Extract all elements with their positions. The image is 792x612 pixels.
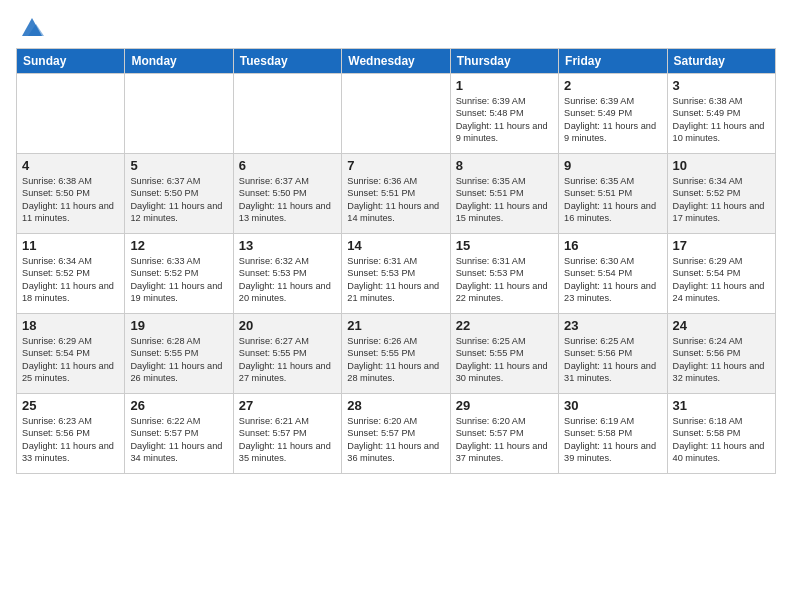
calendar-cell: 9Sunrise: 6:35 AM Sunset: 5:51 PM Daylig…	[559, 154, 667, 234]
calendar-cell	[233, 74, 341, 154]
calendar-week-3: 11Sunrise: 6:34 AM Sunset: 5:52 PM Dayli…	[17, 234, 776, 314]
cell-text: Sunrise: 6:30 AM Sunset: 5:54 PM Dayligh…	[564, 255, 661, 305]
cell-text: Sunrise: 6:39 AM Sunset: 5:49 PM Dayligh…	[564, 95, 661, 145]
calendar-cell: 25Sunrise: 6:23 AM Sunset: 5:56 PM Dayli…	[17, 394, 125, 474]
page-container: SundayMondayTuesdayWednesdayThursdayFrid…	[0, 0, 792, 484]
calendar-cell: 16Sunrise: 6:30 AM Sunset: 5:54 PM Dayli…	[559, 234, 667, 314]
calendar-cell: 26Sunrise: 6:22 AM Sunset: 5:57 PM Dayli…	[125, 394, 233, 474]
calendar-body: 1Sunrise: 6:39 AM Sunset: 5:48 PM Daylig…	[17, 74, 776, 474]
calendar-cell: 1Sunrise: 6:39 AM Sunset: 5:48 PM Daylig…	[450, 74, 558, 154]
day-number: 20	[239, 318, 336, 333]
calendar-header-sunday: Sunday	[17, 49, 125, 74]
calendar-cell: 29Sunrise: 6:20 AM Sunset: 5:57 PM Dayli…	[450, 394, 558, 474]
cell-text: Sunrise: 6:21 AM Sunset: 5:57 PM Dayligh…	[239, 415, 336, 465]
cell-text: Sunrise: 6:34 AM Sunset: 5:52 PM Dayligh…	[673, 175, 770, 225]
calendar-cell: 13Sunrise: 6:32 AM Sunset: 5:53 PM Dayli…	[233, 234, 341, 314]
cell-text: Sunrise: 6:37 AM Sunset: 5:50 PM Dayligh…	[239, 175, 336, 225]
calendar-header-row: SundayMondayTuesdayWednesdayThursdayFrid…	[17, 49, 776, 74]
calendar-cell: 31Sunrise: 6:18 AM Sunset: 5:58 PM Dayli…	[667, 394, 775, 474]
day-number: 2	[564, 78, 661, 93]
cell-text: Sunrise: 6:27 AM Sunset: 5:55 PM Dayligh…	[239, 335, 336, 385]
calendar-header-thursday: Thursday	[450, 49, 558, 74]
day-number: 17	[673, 238, 770, 253]
calendar-header-wednesday: Wednesday	[342, 49, 450, 74]
calendar-cell: 27Sunrise: 6:21 AM Sunset: 5:57 PM Dayli…	[233, 394, 341, 474]
calendar-cell: 7Sunrise: 6:36 AM Sunset: 5:51 PM Daylig…	[342, 154, 450, 234]
cell-text: Sunrise: 6:24 AM Sunset: 5:56 PM Dayligh…	[673, 335, 770, 385]
calendar-cell	[17, 74, 125, 154]
header	[16, 10, 776, 42]
day-number: 12	[130, 238, 227, 253]
calendar-week-2: 4Sunrise: 6:38 AM Sunset: 5:50 PM Daylig…	[17, 154, 776, 234]
day-number: 22	[456, 318, 553, 333]
day-number: 15	[456, 238, 553, 253]
calendar-cell: 4Sunrise: 6:38 AM Sunset: 5:50 PM Daylig…	[17, 154, 125, 234]
day-number: 13	[239, 238, 336, 253]
day-number: 24	[673, 318, 770, 333]
cell-text: Sunrise: 6:23 AM Sunset: 5:56 PM Dayligh…	[22, 415, 119, 465]
cell-text: Sunrise: 6:25 AM Sunset: 5:56 PM Dayligh…	[564, 335, 661, 385]
cell-text: Sunrise: 6:29 AM Sunset: 5:54 PM Dayligh…	[673, 255, 770, 305]
cell-text: Sunrise: 6:35 AM Sunset: 5:51 PM Dayligh…	[564, 175, 661, 225]
calendar-cell: 17Sunrise: 6:29 AM Sunset: 5:54 PM Dayli…	[667, 234, 775, 314]
calendar-week-5: 25Sunrise: 6:23 AM Sunset: 5:56 PM Dayli…	[17, 394, 776, 474]
day-number: 18	[22, 318, 119, 333]
cell-text: Sunrise: 6:31 AM Sunset: 5:53 PM Dayligh…	[347, 255, 444, 305]
calendar-table: SundayMondayTuesdayWednesdayThursdayFrid…	[16, 48, 776, 474]
day-number: 9	[564, 158, 661, 173]
cell-text: Sunrise: 6:39 AM Sunset: 5:48 PM Dayligh…	[456, 95, 553, 145]
calendar-header-tuesday: Tuesday	[233, 49, 341, 74]
calendar-header-monday: Monday	[125, 49, 233, 74]
calendar-header-friday: Friday	[559, 49, 667, 74]
calendar-cell: 11Sunrise: 6:34 AM Sunset: 5:52 PM Dayli…	[17, 234, 125, 314]
logo-icon	[18, 14, 46, 42]
calendar-cell: 12Sunrise: 6:33 AM Sunset: 5:52 PM Dayli…	[125, 234, 233, 314]
day-number: 7	[347, 158, 444, 173]
cell-text: Sunrise: 6:38 AM Sunset: 5:50 PM Dayligh…	[22, 175, 119, 225]
day-number: 11	[22, 238, 119, 253]
day-number: 10	[673, 158, 770, 173]
cell-text: Sunrise: 6:38 AM Sunset: 5:49 PM Dayligh…	[673, 95, 770, 145]
day-number: 16	[564, 238, 661, 253]
cell-text: Sunrise: 6:29 AM Sunset: 5:54 PM Dayligh…	[22, 335, 119, 385]
calendar-cell: 23Sunrise: 6:25 AM Sunset: 5:56 PM Dayli…	[559, 314, 667, 394]
day-number: 8	[456, 158, 553, 173]
calendar-cell: 20Sunrise: 6:27 AM Sunset: 5:55 PM Dayli…	[233, 314, 341, 394]
cell-text: Sunrise: 6:25 AM Sunset: 5:55 PM Dayligh…	[456, 335, 553, 385]
cell-text: Sunrise: 6:28 AM Sunset: 5:55 PM Dayligh…	[130, 335, 227, 385]
calendar-cell: 14Sunrise: 6:31 AM Sunset: 5:53 PM Dayli…	[342, 234, 450, 314]
day-number: 6	[239, 158, 336, 173]
day-number: 21	[347, 318, 444, 333]
calendar-cell	[125, 74, 233, 154]
calendar-cell: 3Sunrise: 6:38 AM Sunset: 5:49 PM Daylig…	[667, 74, 775, 154]
cell-text: Sunrise: 6:37 AM Sunset: 5:50 PM Dayligh…	[130, 175, 227, 225]
calendar-cell: 21Sunrise: 6:26 AM Sunset: 5:55 PM Dayli…	[342, 314, 450, 394]
cell-text: Sunrise: 6:26 AM Sunset: 5:55 PM Dayligh…	[347, 335, 444, 385]
day-number: 31	[673, 398, 770, 413]
calendar-cell: 30Sunrise: 6:19 AM Sunset: 5:58 PM Dayli…	[559, 394, 667, 474]
calendar-cell: 2Sunrise: 6:39 AM Sunset: 5:49 PM Daylig…	[559, 74, 667, 154]
calendar-cell: 6Sunrise: 6:37 AM Sunset: 5:50 PM Daylig…	[233, 154, 341, 234]
day-number: 4	[22, 158, 119, 173]
day-number: 29	[456, 398, 553, 413]
calendar-cell: 15Sunrise: 6:31 AM Sunset: 5:53 PM Dayli…	[450, 234, 558, 314]
logo-text	[16, 14, 46, 42]
day-number: 14	[347, 238, 444, 253]
logo	[16, 14, 46, 42]
cell-text: Sunrise: 6:22 AM Sunset: 5:57 PM Dayligh…	[130, 415, 227, 465]
calendar-cell: 28Sunrise: 6:20 AM Sunset: 5:57 PM Dayli…	[342, 394, 450, 474]
day-number: 3	[673, 78, 770, 93]
cell-text: Sunrise: 6:19 AM Sunset: 5:58 PM Dayligh…	[564, 415, 661, 465]
calendar-cell: 8Sunrise: 6:35 AM Sunset: 5:51 PM Daylig…	[450, 154, 558, 234]
calendar-week-4: 18Sunrise: 6:29 AM Sunset: 5:54 PM Dayli…	[17, 314, 776, 394]
cell-text: Sunrise: 6:35 AM Sunset: 5:51 PM Dayligh…	[456, 175, 553, 225]
day-number: 26	[130, 398, 227, 413]
day-number: 27	[239, 398, 336, 413]
cell-text: Sunrise: 6:18 AM Sunset: 5:58 PM Dayligh…	[673, 415, 770, 465]
day-number: 5	[130, 158, 227, 173]
calendar-header-saturday: Saturday	[667, 49, 775, 74]
day-number: 30	[564, 398, 661, 413]
calendar-cell	[342, 74, 450, 154]
calendar-week-1: 1Sunrise: 6:39 AM Sunset: 5:48 PM Daylig…	[17, 74, 776, 154]
day-number: 19	[130, 318, 227, 333]
